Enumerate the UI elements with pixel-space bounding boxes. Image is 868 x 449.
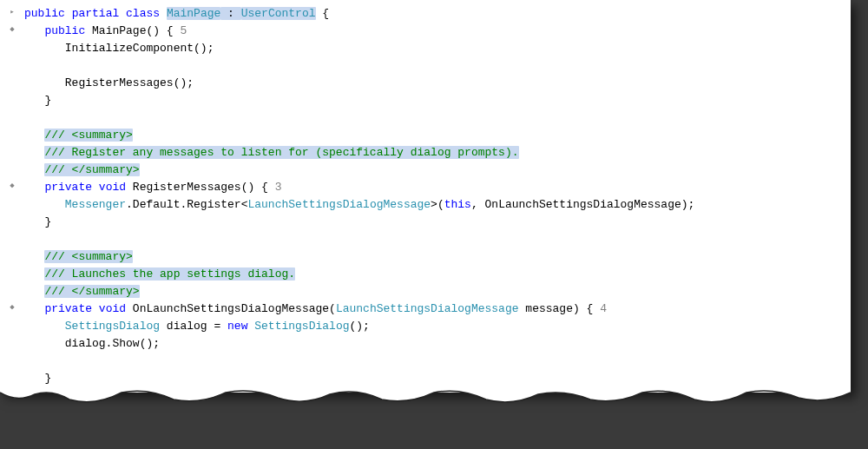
- brace: {: [316, 7, 330, 20]
- code-line[interactable]: /// Register any messages to listen for …: [3, 144, 847, 162]
- method-icon: ◆: [7, 181, 17, 191]
- keyword: class: [126, 7, 160, 20]
- type-name: LaunchSettingsDialogMessage: [247, 198, 431, 211]
- code-line[interactable]: ◆ public MainPage() { 5: [3, 23, 847, 40]
- keyword: public: [24, 7, 65, 20]
- keyword: this: [444, 198, 471, 211]
- code-line[interactable]: /// <summary>: [3, 127, 847, 144]
- code-line[interactable]: RegisterMessages();: [3, 75, 847, 92]
- code-line[interactable]: [3, 353, 847, 370]
- code-line[interactable]: }: [3, 92, 847, 109]
- type-name: UserControl: [241, 7, 316, 20]
- method-name: OnLaunchSettingsDialogMessage(: [126, 302, 336, 315]
- xml-doc: /// <summary>: [44, 250, 132, 263]
- code-line[interactable]: Messenger.Default.Register<LaunchSetting…: [3, 196, 847, 214]
- ref-count[interactable]: 5: [180, 24, 187, 37]
- code-line[interactable]: [3, 57, 847, 75]
- code-line[interactable]: ▸public partial class MainPage : UserCon…: [3, 5, 847, 23]
- code-line[interactable]: [3, 109, 847, 127]
- brace: }: [44, 215, 51, 228]
- code-line[interactable]: ◆ private void OnLaunchSettingsDialogMes…: [3, 300, 847, 318]
- code-line[interactable]: /// </summary>: [3, 283, 847, 300]
- code-line[interactable]: SettingsDialog dialog = new SettingsDial…: [3, 318, 847, 335]
- code-line[interactable]: /// <summary>: [3, 248, 847, 266]
- xml-doc: /// <summary>: [44, 129, 132, 142]
- method-icon: ◆: [7, 24, 17, 35]
- method-name: MainPage: [92, 24, 146, 37]
- torn-paper-effect: [0, 387, 851, 408]
- keyword: public: [44, 24, 85, 37]
- code-line[interactable]: dialog.Show();: [3, 335, 847, 353]
- code-editor[interactable]: ▸public partial class MainPage : UserCon…: [0, 0, 851, 393]
- code-text: dialog.Show();: [65, 337, 160, 350]
- xml-doc: /// </summary>: [44, 285, 139, 298]
- code-line[interactable]: InitializeComponent();: [3, 40, 847, 57]
- keyword: new: [227, 320, 247, 333]
- method-icon: ◆: [7, 302, 17, 313]
- code-text: RegisterMessages();: [65, 76, 194, 89]
- keyword: void: [99, 302, 126, 315]
- outline-icon: ▸: [7, 7, 17, 17]
- type-name: LaunchSettingsDialogMessage: [336, 302, 519, 315]
- keyword: private: [44, 181, 92, 194]
- brace: }: [44, 94, 51, 107]
- keyword: void: [99, 181, 126, 194]
- type-name: MainPage: [167, 7, 220, 20]
- code-line[interactable]: /// </summary>: [3, 162, 847, 179]
- xml-doc: /// Launches the app settings dialog.: [44, 267, 295, 281]
- ref-count[interactable]: 4: [600, 302, 607, 315]
- code-line[interactable]: /// Launches the app settings dialog.: [3, 266, 847, 283]
- code-text: InitializeComponent();: [65, 42, 214, 55]
- type-name: SettingsDialog: [65, 320, 160, 333]
- code-line[interactable]: }: [3, 214, 847, 231]
- xml-doc: /// Register any messages to listen for …: [44, 146, 518, 159]
- type-name: SettingsDialog: [254, 320, 349, 333]
- xml-doc: /// </summary>: [44, 163, 139, 176]
- ref-count[interactable]: 3: [275, 181, 282, 194]
- code-line[interactable]: [3, 231, 847, 248]
- keyword: partial: [72, 7, 120, 20]
- code-line[interactable]: }: [3, 370, 847, 387]
- code-line[interactable]: ◆ private void RegisterMessages() { 3: [3, 179, 847, 196]
- method-name: RegisterMessages() {: [126, 181, 275, 194]
- type-name: Messenger: [65, 198, 126, 211]
- colon: :: [220, 7, 240, 20]
- keyword: private: [44, 302, 92, 315]
- brace: }: [44, 372, 51, 385]
